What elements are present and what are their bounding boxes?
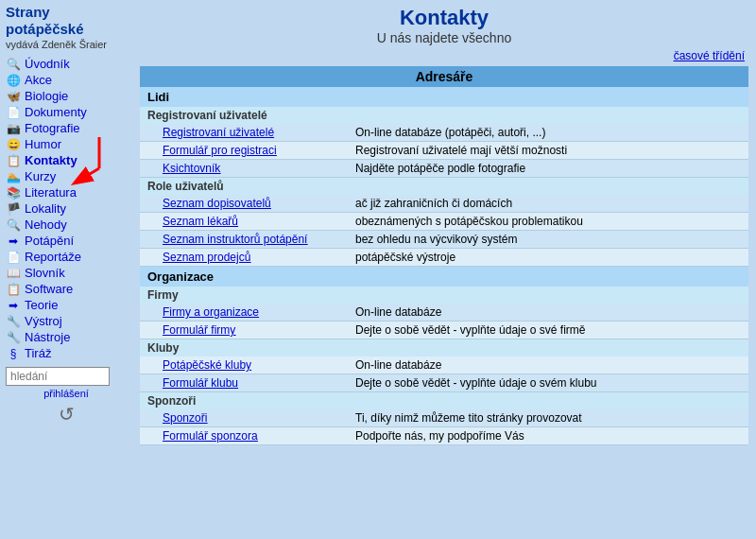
table-row: Formulář pro registraciRegistrovaní uživ… [140, 142, 748, 160]
sidebar-item-reportaze[interactable]: 📄Reportáže [6, 249, 127, 265]
sidebar-item-label-tiraz: Tiráž [25, 346, 51, 360]
sidebar-item-dokumenty[interactable]: 📄Dokumenty [6, 104, 127, 120]
page-title: Kontakty [140, 0, 748, 30]
sidebar-item-lokality[interactable]: 🏴Lokality [6, 200, 127, 217]
fotografie-icon: 📷 [6, 122, 21, 135]
table-row: Seznam dopisovatelůač již zahraničních č… [140, 195, 748, 213]
sidebar-item-label-slovnik: Slovník [25, 266, 65, 280]
sidebar: Strany potápěčské vydává Zdeněk Šraier 🔍… [0, 0, 132, 539]
sidebar-item-kurzy[interactable]: 🏊Kurzy [6, 168, 127, 184]
nastroje-icon: 🔧 [6, 331, 21, 344]
table-row: Firmy a organizaceOn-line databáze [140, 304, 748, 322]
nav-menu: 🔍Úvodník🌐Akce🦋Biologie📄Dokumenty📷Fotogra… [6, 56, 127, 361]
subgroup-header: Firmy [140, 287, 748, 304]
table-row: Formulář klubuDejte o sobě vědět - vyplň… [140, 374, 748, 392]
sidebar-item-biologie[interactable]: 🦋Biologie [6, 88, 127, 104]
sidebar-item-label-nehody: Nehody [25, 217, 67, 232]
sidebar-item-tiraz[interactable]: §Tiráž [6, 345, 127, 361]
table-row: Formulář firmyDejte o sobě vědět - vyplň… [140, 322, 748, 339]
table-row: Potápěčské klubyOn-line databáze [140, 356, 748, 374]
akce-icon: 🌐 [6, 74, 21, 87]
content-link[interactable]: Sponzoři [163, 411, 207, 425]
content-link[interactable]: Seznam lékařů [163, 215, 238, 228]
sidebar-item-label-reportaze: Reportáže [25, 250, 81, 264]
reload-icon[interactable]: ↺ [6, 403, 127, 426]
sidebar-item-akce[interactable]: 🌐Akce [6, 72, 127, 88]
sidebar-item-humor[interactable]: 😄Humor [6, 136, 127, 152]
content-link[interactable]: Formulář sponzora [163, 429, 258, 443]
potapeni-icon: ➡ [6, 235, 21, 248]
sidebar-item-nastroje[interactable]: 🔧Nástroje [6, 329, 127, 345]
content-desc: Dejte o sobě vědět - vyplňte údaje o své… [348, 374, 748, 392]
content-link[interactable]: Potápěčské kluby [163, 358, 251, 372]
sidebar-item-vystroj[interactable]: 🔧Výstroj [6, 313, 127, 329]
sidebar-item-label-uvod: Úvodník [25, 57, 70, 71]
subgroup-header: Registrovaní uživatelé [140, 107, 748, 124]
content-desc: Ti, díky nimž můžeme tito stránky provoz… [348, 409, 748, 427]
login-link[interactable]: přihlášení [6, 388, 127, 399]
sidebar-item-label-fotografie: Fotografie [25, 121, 80, 135]
content-link[interactable]: Formulář firmy [163, 323, 235, 337]
content-link[interactable]: Ksichtovník [163, 162, 220, 175]
content-link[interactable]: Registrovaní uživatelé [163, 126, 274, 139]
dokumenty-icon: 📄 [6, 106, 21, 119]
content-link[interactable]: Seznam instruktorů potápění [163, 233, 307, 246]
search-input[interactable] [6, 367, 110, 386]
sidebar-item-kontakty[interactable]: 📋Kontakty [6, 152, 127, 168]
site-title: Strany potápěčské [6, 4, 127, 38]
biologie-icon: 🦋 [6, 90, 21, 103]
sidebar-item-potapeni[interactable]: ➡Potápění [6, 233, 127, 249]
nehody-icon: 🔍 [6, 218, 21, 232]
sidebar-item-label-vystroj: Výstroj [25, 314, 62, 328]
table-row: Registrovaní uživateléOn-line databáze (… [140, 124, 748, 142]
kontakty-icon: 📋 [6, 154, 21, 167]
page-subtitle: U nás najdete všechno [140, 30, 748, 45]
content-desc: On-line databáze (potápěči, autoři, ...) [348, 124, 748, 142]
reportaze-icon: 📄 [6, 251, 21, 264]
sidebar-item-nehody[interactable]: 🔍Nehody [6, 217, 127, 233]
content-link[interactable]: Formulář pro registraci [163, 144, 277, 157]
sidebar-item-uvod[interactable]: 🔍Úvodník [6, 56, 127, 72]
kurzy-icon: 🏊 [6, 170, 21, 183]
content-desc: Najděte potápěče podle fotografie [348, 160, 748, 178]
sidebar-item-label-software: Software [25, 282, 73, 296]
sidebar-item-label-kontakty: Kontakty [25, 153, 77, 167]
content-desc: Podpořte nás, my podpoříme Vás [348, 427, 748, 445]
content-link[interactable]: Seznam prodejců [163, 251, 250, 264]
subgroup-header: Sponzoři [140, 392, 748, 410]
sidebar-item-fotografie[interactable]: 📷Fotografie [6, 120, 127, 136]
software-icon: 📋 [6, 283, 21, 296]
sidebar-item-label-biologie: Biologie [25, 89, 68, 103]
uvod-icon: 🔍 [6, 58, 21, 71]
sidebar-item-teorie[interactable]: ➡Teorie [6, 297, 127, 313]
tiraz-icon: § [6, 347, 21, 360]
content-link[interactable]: Formulář klubu [163, 376, 238, 390]
sidebar-item-label-lokality: Lokality [25, 201, 66, 216]
section-header: Adresáře [140, 66, 748, 87]
sidebar-item-label-akce: Akce [25, 73, 52, 87]
humor-icon: 😄 [6, 138, 21, 151]
content-link[interactable]: Seznam dopisovatelů [163, 197, 271, 210]
content-desc: On-line databáze [348, 356, 748, 374]
vystroj-icon: 🔧 [6, 315, 21, 328]
content-desc: obeznámených s potápěčskou problematikou [348, 213, 748, 231]
table-row: Seznam prodejcůpotápěčské výstroje [140, 249, 748, 267]
table-row: KsichtovníkNajděte potápěče podle fotogr… [140, 160, 748, 178]
sidebar-item-literatura[interactable]: 📚Literatura [6, 184, 127, 200]
sidebar-item-software[interactable]: 📋Software [6, 281, 127, 297]
content-link[interactable]: Firmy a organizace [163, 305, 259, 319]
group-header: Organizace [140, 267, 748, 287]
subgroup-header: Role uživatelů [140, 178, 748, 196]
time-sort-link[interactable]: časové třídění [140, 49, 748, 62]
main-content: Kontakty U nás najdete všechno časové tř… [132, 0, 756, 539]
slovnik-icon: 📖 [6, 267, 21, 280]
content-desc: ač již zahraničních či domácích [348, 195, 748, 213]
table-row: Seznam lékařůobeznámených s potápěčskou … [140, 213, 748, 231]
sidebar-item-slovnik[interactable]: 📖Slovník [6, 265, 127, 281]
table-row: Seznam instruktorů potápěníbez ohledu na… [140, 231, 748, 249]
group-header: Lidi [140, 87, 748, 107]
content-desc: On-line databáze [348, 304, 748, 322]
sidebar-item-label-nastroje: Nástroje [25, 330, 70, 344]
sidebar-item-label-kurzy: Kurzy [25, 169, 56, 183]
sidebar-item-label-humor: Humor [25, 137, 61, 151]
